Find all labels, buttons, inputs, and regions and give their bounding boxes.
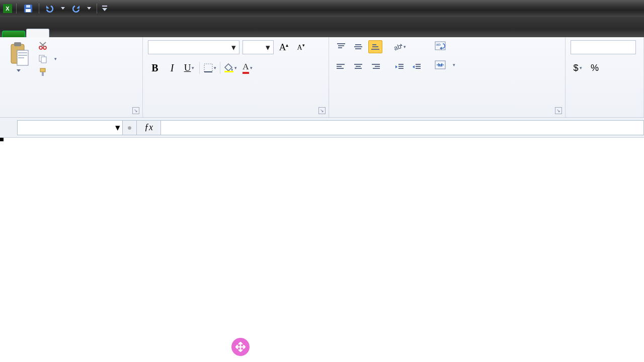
svg-rect-47 [416,68,421,69]
grow-font-button[interactable]: A▴ [277,41,291,54]
ribbon: ▾ ↘ ▾ ▾ A▴ A▾ [0,37,644,118]
svg-rect-7 [14,42,21,46]
formula-bar-row: ▾ ● ƒx [0,118,644,138]
svg-rect-39 [372,64,380,65]
svg-rect-22 [224,71,233,72]
group-alignment: ab▾ ab a ▾ [329,37,566,117]
svg-rect-38 [355,68,362,69]
italic-button[interactable]: I [165,61,179,74]
fill-color-button[interactable]: ▾ [223,61,237,74]
number-format-combo[interactable] [571,40,636,54]
font-name-combo[interactable]: ▾ [148,40,239,54]
svg-text:a: a [439,63,442,68]
svg-rect-20 [204,64,212,72]
redo-dropdown[interactable] [87,3,92,14]
brush-icon [38,67,47,76]
align-top-button[interactable] [334,40,348,53]
tab-formulas[interactable] [94,29,116,37]
font-size-combo[interactable]: ▾ [243,40,274,54]
alignment-launcher[interactable]: ↘ [555,107,562,114]
scissors-icon [38,41,47,50]
decrease-indent-button[interactable] [392,60,407,73]
svg-rect-28 [355,48,361,49]
tab-data[interactable] [116,29,138,37]
svg-text:ab: ab [436,42,441,47]
wrap-text-button[interactable]: ab [433,40,457,51]
svg-rect-25 [338,47,342,48]
quick-access-toolbar [23,3,107,14]
save-button[interactable] [23,3,34,14]
chevron-down-icon[interactable]: ▾ [115,122,120,133]
copy-icon [38,54,47,63]
cut-button[interactable] [36,40,59,51]
merge-icon: a [435,60,446,69]
tab-view[interactable] [160,29,182,37]
chevron-down-icon: ▾ [453,62,455,67]
chevron-down-icon [17,69,21,72]
font-launcher[interactable]: ↘ [318,107,326,114]
align-left-button[interactable] [334,60,348,73]
chevron-down-icon: ▾ [231,42,236,53]
bold-button[interactable]: B [148,61,162,74]
format-painter-button[interactable] [36,66,59,77]
svg-text:X: X [6,6,10,12]
tab-file[interactable] [2,31,25,37]
group-clipboard: ▾ ↘ [0,37,143,117]
percent-button[interactable]: % [588,61,602,74]
svg-rect-17 [41,57,46,63]
underline-button[interactable]: U▾ [182,61,196,74]
alignment-group-label [334,114,560,115]
insert-function-button[interactable]: ƒx [137,120,161,135]
tab-add-ins[interactable] [182,29,204,37]
chevron-down-icon: ▾ [266,42,270,53]
undo-button[interactable] [44,3,55,14]
copy-button[interactable]: ▾ [36,53,59,64]
number-group-label [571,114,638,115]
clipboard-launcher[interactable]: ↘ [132,107,139,114]
svg-rect-45 [416,64,421,65]
excel-icon: X [3,4,12,13]
svg-rect-24 [338,45,344,46]
chevron-down-icon: ▾ [54,56,57,61]
borders-button[interactable]: ▾ [203,61,217,74]
qat-customize-dropdown[interactable] [102,3,107,14]
font-color-button[interactable]: A▾ [240,61,255,74]
svg-rect-43 [398,66,404,67]
tab-insert[interactable] [49,29,71,37]
tab-home[interactable] [26,29,49,37]
merge-center-button[interactable]: a ▾ [433,59,457,70]
svg-rect-30 [372,46,378,47]
svg-rect-5 [102,6,107,7]
align-center-button[interactable] [351,60,365,73]
svg-rect-9 [18,52,27,53]
svg-rect-42 [398,64,404,65]
group-font: ▾ ▾ A▴ A▾ B I U▾ ▾ ▾ [143,37,329,117]
align-right-button[interactable] [368,60,382,73]
fill-handle[interactable] [0,138,4,141]
currency-button[interactable]: $▾ [571,61,585,74]
paste-button[interactable] [5,40,32,73]
formula-bar[interactable] [161,120,644,135]
align-middle-button[interactable] [351,40,365,53]
name-box[interactable]: ▾ [17,120,123,135]
svg-rect-18 [40,68,45,72]
svg-rect-10 [18,55,27,56]
svg-rect-35 [337,68,344,69]
svg-rect-46 [416,66,421,67]
svg-rect-34 [337,66,342,67]
increase-indent-button[interactable] [410,60,424,73]
ribbon-tabs [0,17,644,37]
svg-rect-41 [373,68,380,69]
mouse-cursor-icon [231,338,250,356]
align-bottom-button[interactable] [368,40,382,53]
shrink-font-button[interactable]: A▾ [294,41,308,54]
orientation-button[interactable]: ab▾ [392,40,407,53]
redo-button[interactable] [70,3,82,14]
undo-dropdown[interactable] [60,3,65,14]
tab-page-layout[interactable] [71,29,94,37]
cancel-formula-button: ● [123,120,137,135]
svg-rect-4 [26,5,30,8]
font-group-label [148,114,324,115]
svg-rect-37 [356,66,361,67]
tab-review[interactable] [138,29,160,37]
